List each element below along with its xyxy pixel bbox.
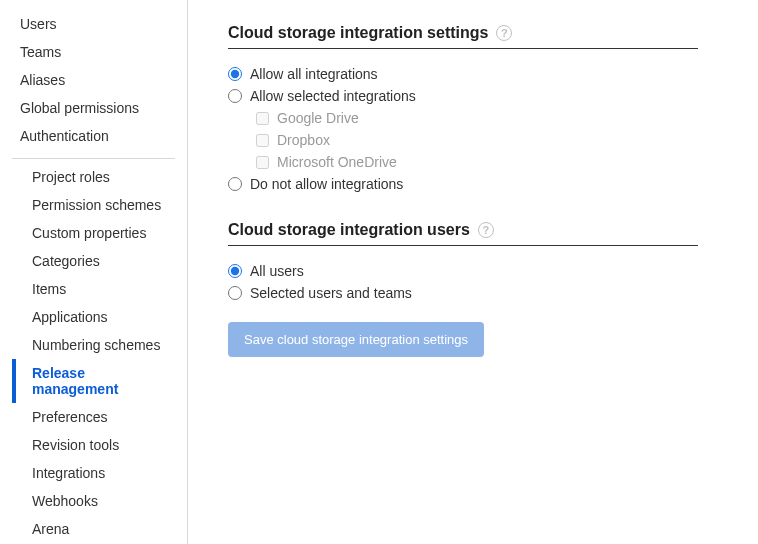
checkbox-dropbox[interactable]: [256, 134, 269, 147]
sidebar-item-numbering-schemes[interactable]: Numbering schemes: [12, 331, 175, 359]
option-allow-all: Allow all integrations: [228, 63, 698, 85]
sidebar-item-applications[interactable]: Applications: [12, 303, 175, 331]
sidebar-group-1: Users Teams Aliases Global permissions A…: [0, 10, 187, 150]
sidebar-item-aliases[interactable]: Aliases: [0, 66, 187, 94]
sidebar-item-arena[interactable]: Arena: [12, 515, 175, 543]
settings-section-header: Cloud storage integration settings ?: [228, 24, 698, 49]
sidebar-item-webhooks[interactable]: Webhooks: [12, 487, 175, 515]
option-label: Google Drive: [277, 110, 359, 126]
option-all-users: All users: [228, 260, 698, 282]
sidebar-item-authentication[interactable]: Authentication: [0, 122, 187, 150]
sidebar-item-permission-schemes[interactable]: Permission schemes: [12, 191, 175, 219]
users-section-header: Cloud storage integration users ?: [228, 221, 698, 246]
radio-all-users[interactable]: [228, 264, 242, 278]
radio-disallow[interactable]: [228, 177, 242, 191]
sidebar: Users Teams Aliases Global permissions A…: [0, 0, 188, 544]
radio-allow-all[interactable]: [228, 67, 242, 81]
option-label: All users: [250, 263, 304, 279]
radio-allow-selected[interactable]: [228, 89, 242, 103]
sidebar-item-custom-properties[interactable]: Custom properties: [12, 219, 175, 247]
option-label: Dropbox: [277, 132, 330, 148]
sidebar-item-project-roles[interactable]: Project roles: [12, 163, 175, 191]
option-label: Do not allow integrations: [250, 176, 403, 192]
radio-selected-users[interactable]: [228, 286, 242, 300]
option-selected-users: Selected users and teams: [228, 282, 698, 304]
sidebar-item-integrations[interactable]: Integrations: [12, 459, 175, 487]
option-dropbox: Dropbox: [256, 129, 698, 151]
option-google-drive: Google Drive: [256, 107, 698, 129]
sidebar-item-teams[interactable]: Teams: [0, 38, 187, 66]
sidebar-item-preferences[interactable]: Preferences: [12, 403, 175, 431]
option-label: Allow all integrations: [250, 66, 378, 82]
checkbox-onedrive[interactable]: [256, 156, 269, 169]
checkbox-google-drive[interactable]: [256, 112, 269, 125]
sub-options: Google Drive Dropbox Microsoft OneDrive: [228, 107, 698, 173]
option-label: Microsoft OneDrive: [277, 154, 397, 170]
help-icon[interactable]: ?: [496, 25, 512, 41]
settings-section-title: Cloud storage integration settings: [228, 24, 488, 42]
sidebar-item-items[interactable]: Items: [12, 275, 175, 303]
save-button[interactable]: Save cloud storage integration settings: [228, 322, 484, 357]
option-label: Allow selected integrations: [250, 88, 416, 104]
option-label: Selected users and teams: [250, 285, 412, 301]
sidebar-item-revision-tools[interactable]: Revision tools: [12, 431, 175, 459]
sidebar-item-categories[interactable]: Categories: [12, 247, 175, 275]
sidebar-item-users[interactable]: Users: [0, 10, 187, 38]
option-allow-selected: Allow selected integrations: [228, 85, 698, 107]
option-onedrive: Microsoft OneDrive: [256, 151, 698, 173]
help-icon[interactable]: ?: [478, 222, 494, 238]
sidebar-item-release-management[interactable]: Release management: [12, 359, 175, 403]
option-disallow: Do not allow integrations: [228, 173, 698, 195]
sidebar-group-2: Project roles Permission schemes Custom …: [12, 158, 175, 543]
sidebar-item-global-permissions[interactable]: Global permissions: [0, 94, 187, 122]
users-section-title: Cloud storage integration users: [228, 221, 470, 239]
main-content: Cloud storage integration settings ? All…: [188, 0, 758, 544]
